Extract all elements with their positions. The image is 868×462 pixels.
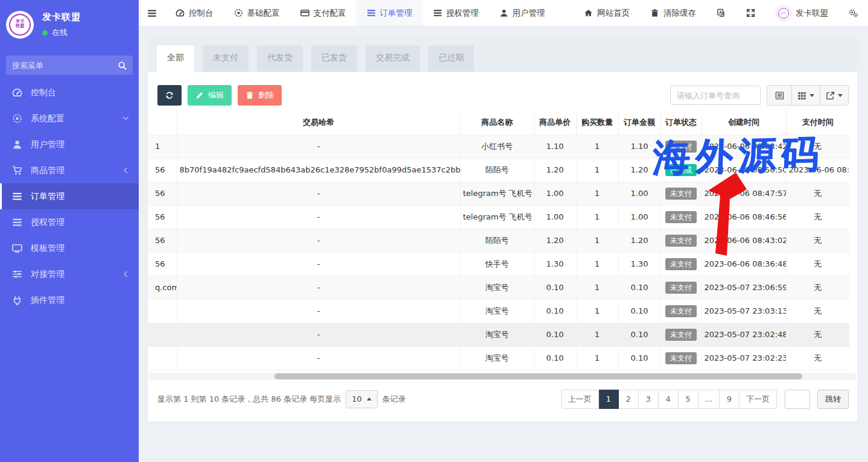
status-badge: 未支付: [665, 188, 697, 200]
table-header-row: 交易哈希 商品名称 商品单价 购买数量 订单金额 订单状态 创建时间 支付时间: [148, 110, 849, 134]
jump-button[interactable]: 跳转: [817, 390, 849, 409]
top-navbar: 控制台 基础配置 支付配置 订单管理 授权管理 用户管理 网站首页 清除缓存 发…: [139, 0, 868, 27]
next-page-button[interactable]: 下一页: [740, 390, 777, 409]
sidebar-item-plugin-mgmt[interactable]: 插件管理: [0, 287, 139, 313]
table-row[interactable]: -淘宝号0.1010.10未支付2023-05-07 23:02:48无: [148, 323, 849, 346]
table-row[interactable]: 568b70f19a482fc9aecfd584b643ab26c1e328e7…: [148, 158, 849, 182]
topnav-settings-button[interactable]: [838, 0, 868, 26]
status-badge: 未支付: [665, 352, 697, 364]
topnav-user-mgmt[interactable]: 用户管理: [489, 0, 556, 26]
col-header-status[interactable]: 订单状态: [661, 110, 702, 134]
columns-button[interactable]: [792, 86, 820, 105]
edit-button[interactable]: 编辑: [188, 85, 232, 106]
avatar: 发卡: [776, 5, 791, 21]
topnav-clear-cache[interactable]: 清除缓存: [640, 0, 706, 26]
hamburger-icon: [147, 8, 157, 18]
orders-table-container: 交易哈希 商品名称 商品单价 购买数量 订单金额 订单状态 创建时间 支付时间: [148, 110, 849, 370]
table-row[interactable]: 56-快手号1.3011.30未支付2023-06-06 08:36:48无: [148, 252, 849, 276]
sidebar-item-console[interactable]: 控制台: [0, 80, 139, 106]
page-button-5[interactable]: 5: [679, 390, 699, 409]
topnav-base-config[interactable]: 基础配置: [224, 0, 290, 26]
menu-toggle-button[interactable]: [139, 0, 165, 26]
brand-logo: 发卡联盟: [6, 11, 34, 39]
col-header-product[interactable]: 商品名称: [460, 110, 534, 134]
order-search-input[interactable]: [670, 86, 761, 105]
detail-view-button[interactable]: [767, 86, 792, 105]
table-row[interactable]: -淘宝号0.1010.10未支付2023-05-07 23:03:13无: [148, 299, 849, 323]
home-icon: [584, 8, 593, 17]
horizontal-scrollbar[interactable]: [148, 373, 857, 380]
tab-completed[interactable]: 交易完成: [366, 45, 420, 72]
col-header-hash[interactable]: 交易哈希: [177, 110, 460, 134]
topnav-fullscreen-button[interactable]: [736, 0, 765, 26]
page-button-4[interactable]: 4: [659, 390, 679, 409]
page-button-2[interactable]: 2: [619, 390, 639, 409]
orders-table: 交易哈希 商品名称 商品单价 购买数量 订单金额 订单状态 创建时间 支付时间: [148, 110, 849, 370]
sidebar-item-product-mgmt[interactable]: 商品管理: [0, 157, 139, 183]
table-row[interactable]: 1-小红书号1.1011.10未支付2023-06-06 08:53:42无: [148, 134, 849, 158]
page-button-3[interactable]: 3: [639, 390, 659, 409]
topnav-account[interactable]: 发卡 发卡联盟: [765, 0, 838, 26]
status-badge: 未支付: [665, 282, 697, 294]
sidebar-item-system-config[interactable]: 系统配置: [0, 106, 139, 131]
sidebar-search-input[interactable]: [12, 61, 118, 70]
sidebar-item-template-mgmt[interactable]: 模板管理: [0, 235, 139, 261]
table-row[interactable]: q.com-淘宝号0.1010.10未支付2023-05-07 23:06:59…: [148, 276, 849, 299]
topnav-console[interactable]: 控制台: [165, 0, 224, 26]
export-button[interactable]: [820, 86, 848, 105]
topnav-order-mgmt[interactable]: 订单管理: [356, 0, 423, 26]
status-badge: 未支付: [665, 329, 697, 341]
pagination-bar: 显示第 1 到第 10 条记录，总共 86 条记录 每页显示 10 条记录 上一…: [148, 380, 857, 409]
scrollbar-thumb[interactable]: [274, 373, 802, 379]
chevron-down-icon: [122, 115, 129, 122]
sidebar-item-order-mgmt[interactable]: 订单管理: [0, 183, 139, 209]
topnav-site-home[interactable]: 网站首页: [574, 0, 640, 26]
col-header-paid[interactable]: 支付时间: [786, 110, 849, 134]
table-toolbar: 编辑 删除: [148, 72, 857, 106]
tab-shipped[interactable]: 已发货: [311, 45, 357, 72]
list-icon: [12, 217, 22, 227]
sidebar-item-auth-mgmt[interactable]: 授权管理: [0, 209, 139, 235]
table-row[interactable]: -淘宝号0.1010.10未支付2023-05-07 23:02:23无: [148, 346, 849, 370]
sidebar-item-integration-mgmt[interactable]: 对接管理: [0, 261, 139, 287]
tab-unpaid[interactable]: 未支付: [203, 45, 249, 72]
jump-page-input[interactable]: [785, 390, 810, 409]
online-status: 在线: [42, 27, 81, 38]
topnav-language-button[interactable]: [706, 0, 736, 26]
tachometer-icon: [12, 87, 22, 98]
col-header-created[interactable]: 创建时间: [702, 110, 786, 134]
table-row[interactable]: 56-telegram号 飞机号1.0011.00未支付2023-06-06 0…: [148, 205, 849, 229]
page-ellipsis[interactable]: ...: [699, 390, 720, 409]
refresh-button[interactable]: [157, 85, 182, 106]
col-header-amount[interactable]: 订单金额: [618, 110, 661, 134]
online-dot: [42, 30, 48, 36]
gear-icon: [12, 113, 22, 124]
col-header-qty[interactable]: 购买数量: [576, 110, 618, 134]
page-button-9[interactable]: 9: [720, 390, 740, 409]
grid-columns-icon: [797, 91, 806, 100]
page-button-1[interactable]: 1: [599, 390, 619, 409]
prev-page-button[interactable]: 上一页: [561, 390, 599, 409]
sidebar-search[interactable]: [6, 55, 133, 75]
delete-button[interactable]: 删除: [238, 85, 282, 106]
tachometer-icon: [176, 8, 185, 17]
sidebar-item-user-mgmt[interactable]: 用户管理: [0, 131, 139, 157]
col-header-price[interactable]: 商品单价: [534, 110, 576, 134]
export-icon: [826, 91, 835, 100]
topnav-payment-config[interactable]: 支付配置: [290, 0, 356, 26]
status-badge: 未支付: [665, 235, 697, 247]
chevron-left-icon: [122, 167, 129, 174]
user-icon: [499, 8, 508, 17]
search-icon[interactable]: [118, 61, 127, 70]
table-row[interactable]: 56-陌陌号1.2011.20未支付2023-06-06 08:43:02无: [148, 229, 849, 252]
page-size-select[interactable]: 10: [346, 390, 378, 408]
tab-expired[interactable]: 已过期: [428, 45, 474, 72]
orders-panel: 全部 未支付 代发货 已发货 交易完成 已过期 编辑 删除: [148, 36, 857, 422]
content-area: 全部 未支付 代发货 已发货 交易完成 已过期 编辑 删除: [139, 27, 868, 462]
tab-all[interactable]: 全部: [157, 45, 194, 72]
trash-icon: [246, 91, 254, 100]
table-row[interactable]: 56-telegram号 飞机号1.0011.00未支付2023-06-06 0…: [148, 182, 849, 205]
tab-to-ship[interactable]: 代发货: [257, 45, 303, 72]
topnav-auth-mgmt[interactable]: 授权管理: [423, 0, 489, 26]
col-header-clipped[interactable]: [148, 110, 177, 134]
